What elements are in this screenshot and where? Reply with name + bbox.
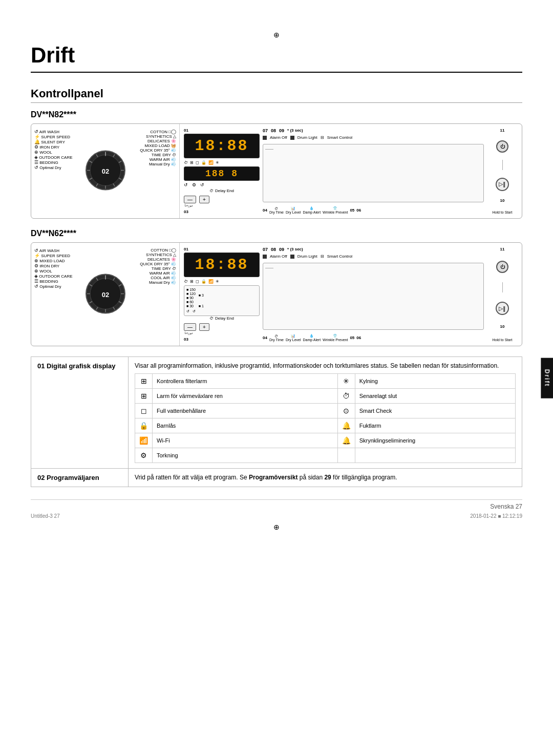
p2-star-3sec: * (3 sec) bbox=[287, 247, 303, 252]
icon-level1: ↺ bbox=[186, 309, 189, 313]
p2-icon-star: ✳ bbox=[216, 279, 219, 284]
ctrl-drytime[interactable]: ⏱ Dry Time bbox=[269, 207, 284, 214]
minus-btn[interactable]: — bbox=[184, 196, 196, 203]
panel2-knob[interactable]: 02 bbox=[85, 273, 126, 316]
prog-mixedload: MIXED LOAD 🧺 bbox=[140, 143, 176, 148]
p2-ctrl-drylevel[interactable]: 📊 Dry Level bbox=[286, 334, 301, 342]
ctrl-wrinkle[interactable]: 👕 Wrinkle Prevent bbox=[323, 206, 348, 214]
drum-light-label: Drum Light bbox=[297, 135, 317, 140]
smart-control-label: Smart Control bbox=[327, 135, 352, 140]
p2-icon-clock: ⏱ bbox=[184, 279, 188, 284]
p2-icon-lock: 🔒 bbox=[201, 279, 206, 284]
bottom-decoration: ⊕ bbox=[31, 523, 522, 531]
doc-footer: Untitled-3 27 2018-01-22 ■ 12:12:19 bbox=[31, 513, 522, 519]
panel1-delay-label: ⏱ Delay End bbox=[184, 188, 260, 193]
prog-outdoor: ◈ OUTDOOR CARE bbox=[34, 155, 73, 160]
wrinkle-icon: 👕 bbox=[323, 206, 348, 211]
alarm-off-label: Alarm Off bbox=[270, 135, 287, 140]
row02-label: 02 Programväljaren bbox=[31, 469, 129, 487]
p2-ctrl-wrinkle[interactable]: 👕 Wrinkle Prevent bbox=[323, 334, 348, 342]
page-footer: Svenska 27 bbox=[31, 499, 522, 510]
prog2-cotton: COTTON □◯ bbox=[140, 248, 176, 253]
icon-filter: ⊞ bbox=[190, 160, 194, 165]
title-divider bbox=[31, 72, 522, 73]
badge-08: 08 bbox=[271, 128, 276, 133]
sym-row-3: ◻ Full vattenbehållare ⊙ Smart Check bbox=[135, 404, 516, 418]
sym-row-6: ⚙ Torkning bbox=[135, 448, 516, 463]
prog2-superspeed: ⚡ SUPER SPEED bbox=[34, 253, 73, 258]
p2-badge-07: 07 bbox=[263, 247, 268, 252]
icon-drum: ◻ bbox=[196, 160, 199, 165]
prog2-airwash: ↺ AIR WASH bbox=[34, 248, 73, 253]
row01-label: 01 Digital grafisk display bbox=[31, 357, 129, 469]
prog2-mixedload: ⊕ MIXED LOAD bbox=[34, 258, 73, 263]
panel2-top-nums: 07 08 09 * (3 sec) bbox=[263, 247, 484, 252]
page-title: Drift bbox=[31, 43, 522, 68]
ctrl-drylevel[interactable]: 📊 Dry Level bbox=[286, 206, 301, 214]
p2-minus-btn[interactable]: — bbox=[184, 323, 196, 331]
p2-icon-filter: ⊞ bbox=[190, 279, 194, 284]
hold-to-start-label: Hold to Start bbox=[493, 211, 513, 214]
panel1-left: ↺ AIR WASH ⚡ SUPER SPEED 🔔 SILENT DRY ⚙ … bbox=[31, 124, 180, 218]
prog2-wool: ⊕ WOOL bbox=[34, 268, 73, 274]
icon-star: ✳ bbox=[216, 160, 219, 165]
p2-num-10: 10 bbox=[500, 324, 505, 329]
level-num3: ■ 3 bbox=[199, 293, 204, 297]
num-11: 11 bbox=[500, 128, 505, 133]
start-button[interactable]: ▷‖ bbox=[496, 178, 509, 191]
power-button[interactable]: ⏻ bbox=[496, 140, 508, 153]
page-num-label: Svenska 27 bbox=[490, 503, 522, 510]
prog2-outdoor: ◈ OUTDOOR CARE bbox=[34, 274, 73, 279]
icon-wifi: 📶 bbox=[208, 160, 214, 165]
ctrl-dampalert[interactable]: 💧 Damp Alert bbox=[303, 206, 321, 214]
p2-icon-wifi: 📶 bbox=[208, 279, 214, 284]
plus-btn[interactable]: + bbox=[199, 196, 209, 203]
level-bars-row: ■ 150 ■ 120 ■ 90 ■ 60 ■ 30 ■ 3 ■ 1 bbox=[186, 288, 257, 308]
sym-icon-lock: 🔒 bbox=[135, 418, 153, 433]
panel1-bottom-controls: 04 ⏱ Dry Time 📊 Dry Level 💧 Damp Alert 👕… bbox=[263, 206, 484, 214]
prog2-optimal: ↺ Optimal Dry bbox=[34, 284, 73, 289]
info-table: 01 Digital grafisk display Visar all pro… bbox=[31, 356, 522, 487]
panel1-right: 01 18:88 ⏱ ⊞ ◻ 🔒 📶 ✳ 188 8 ↺ ⚙ ↺ ⏱ Delay… bbox=[180, 124, 522, 218]
star-3sec: * (3 sec) bbox=[287, 128, 303, 133]
panel2-right-col: 11 ⏻ ▷‖ 10 Hold to Start bbox=[487, 247, 518, 342]
panel1-display-small: 188 8 bbox=[184, 166, 260, 181]
prog2-warmair: WARM AIR 💨 bbox=[140, 271, 176, 276]
sym-icon-wifi: 📶 bbox=[135, 433, 153, 448]
panel1-knob[interactable]: 02 bbox=[85, 150, 126, 193]
sym-empty-text bbox=[355, 448, 515, 463]
icon-lock: 🔒 bbox=[201, 160, 206, 165]
top-decoration: ⊕ bbox=[31, 31, 522, 39]
p2-dampalert-icon: 💧 bbox=[303, 334, 321, 338]
icon-sub1: ↺ bbox=[184, 182, 188, 187]
panel1-display-big: 18:88 bbox=[184, 134, 260, 158]
row01-desc-text: Visar all programinformation, inklusive … bbox=[135, 362, 516, 369]
model1-title: DV**N82**** bbox=[31, 110, 522, 119]
icon-sub3: ↺ bbox=[200, 182, 204, 187]
level-nums-col: ■ 3 ■ 1 bbox=[199, 293, 204, 308]
panel2-display-big: 18:88 bbox=[184, 253, 260, 277]
panel1-middle-col: 07 08 09 * (3 sec) Alarm Off Drum Light … bbox=[263, 128, 484, 214]
p2-power-button[interactable]: ⏻ bbox=[496, 261, 508, 273]
delay-icon: ⏱ bbox=[209, 188, 214, 193]
sym-icon-delay: ⏱ bbox=[337, 389, 355, 404]
svg-text:02: 02 bbox=[101, 167, 109, 175]
prog2-irondry: ⚙ IRON DRY bbox=[34, 263, 73, 268]
p2-smart-control-label: Smart Control bbox=[327, 254, 352, 259]
icon-sub2: ⚙ bbox=[192, 182, 196, 187]
prog-manualdry: Manual Dry 💨 bbox=[140, 162, 176, 166]
prog-silentdry: 🔔 SILENT DRY bbox=[34, 139, 73, 144]
p2-plus-btn[interactable]: + bbox=[199, 323, 209, 331]
row02-label-text: 02 Programväljaren bbox=[37, 474, 99, 481]
p2-ctrl-drytime[interactable]: ⏱ Dry Time bbox=[269, 334, 284, 342]
sym-row-2: ⊞ Larm för värmeväxlare ren ⏱ Senarelagt… bbox=[135, 389, 516, 404]
p2-ctrl-dampalert[interactable]: 💧 Damp Alert bbox=[303, 334, 321, 342]
level-bars: ■ 150 ■ 120 ■ 90 ■ 60 ■ 30 bbox=[186, 288, 196, 308]
p2-start-button[interactable]: ▷‖ bbox=[496, 302, 509, 315]
badge-07: 07 bbox=[263, 128, 268, 133]
indicator-smart: ⊟ bbox=[321, 135, 324, 140]
table-row-02: 02 Programväljaren Vrid på ratten för at… bbox=[31, 469, 522, 487]
p2-hold-to-start-label: Hold to Start bbox=[493, 338, 513, 342]
row01-label-text: 01 Digital grafisk display bbox=[37, 362, 115, 370]
p2-badge-09: 09 bbox=[279, 247, 284, 252]
